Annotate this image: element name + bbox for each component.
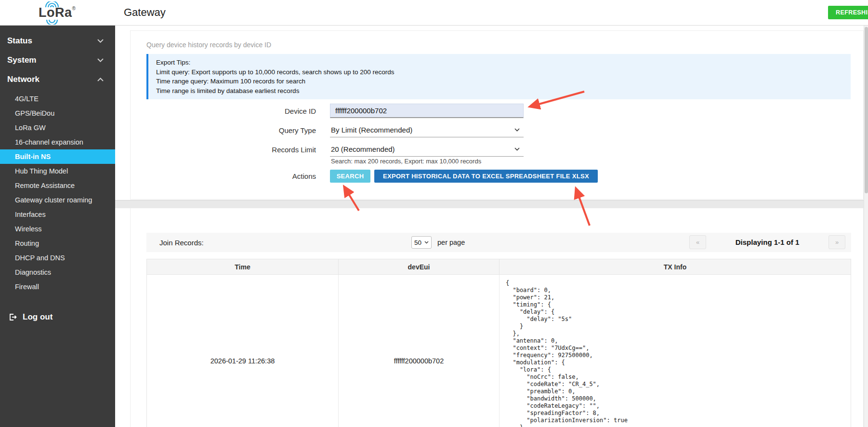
sidebar-item-lora-gw[interactable]: LoRa GW [0, 120, 115, 135]
table-row: 2026-01-29 11:26:38 ffffff200000b702 { "… [147, 275, 851, 427]
records-limit-hint: Search: max 200 records, Export: max 10,… [331, 158, 863, 165]
sidebar-section-status[interactable]: Status [0, 31, 115, 51]
device-id-input[interactable] [330, 104, 524, 118]
logout-label: Log out [23, 312, 53, 322]
chevron-up-icon [97, 78, 104, 81]
table-header-tx-info: TX Info [500, 259, 851, 274]
refresh-button[interactable]: REFRESHING [828, 6, 868, 19]
table-header-deveui: devEui [339, 259, 500, 274]
query-type-value: By Limit (Recommended) [331, 126, 412, 134]
vertical-scrollbar[interactable] [864, 26, 868, 427]
query-form: Device ID Query Type By Limit (Recommend… [131, 104, 863, 183]
sidebar-item-firewall[interactable]: Firewall [0, 280, 115, 294]
export-tips-line: Limit query: Export supports up to 10,00… [156, 67, 843, 77]
registered-mark: ® [72, 6, 76, 11]
sidebar-item-built-in-ns[interactable]: Built-in NS [0, 149, 115, 164]
pagination-prev-button[interactable]: « [689, 235, 706, 249]
per-page-suffix-label: per page [437, 239, 465, 246]
sidebar-item-dhcp-and-dns[interactable]: DHCP and DNS [0, 251, 115, 265]
export-tips-box: Export Tips: Limit query: Export support… [146, 54, 851, 99]
search-button[interactable]: SEARCH [330, 170, 370, 183]
logout-icon [8, 312, 17, 322]
logout-button[interactable]: Log out [0, 308, 115, 326]
top-header: LoRa® Gateway REFRESHING [0, 0, 868, 26]
query-type-select[interactable]: By Limit (Recommended) [330, 123, 524, 137]
cell-tx-info: { "board": 0, "power": 21, "timing": { "… [500, 275, 851, 427]
panel-divider [115, 200, 868, 208]
lora-logo: LoRa® [39, 1, 92, 25]
table-header-time: Time [147, 259, 339, 274]
sidebar-item-16-channel-expansion[interactable]: 16-channel expansion [0, 135, 115, 149]
sidebar-section-label: Network [7, 75, 39, 84]
chevron-down-icon [424, 241, 429, 244]
records-limit-label: Records Limit [146, 146, 316, 154]
sidebar-item-remote-assistance[interactable]: Remote Assistance [0, 178, 115, 193]
sidebar-item-interfaces[interactable]: Interfaces [0, 207, 115, 222]
chevron-down-icon [514, 128, 520, 132]
sidebar-item-diagnostics[interactable]: Diagnostics [0, 265, 115, 280]
export-tips-line: Export Tips: [156, 58, 843, 67]
sidebar-item-routing[interactable]: Routing [0, 236, 115, 251]
export-button[interactable]: EXPORT HISTORICAL DATA TO EXCEL SPREADSH… [374, 170, 598, 183]
lora-logo-arcs-bottom-icon [46, 20, 58, 25]
cell-deveui: ffffff200000b702 [339, 275, 500, 427]
per-page-select[interactable]: 50 [411, 236, 432, 249]
sidebar-item-4g-lte[interactable]: 4G/LTE [0, 92, 115, 106]
sidebar: Status System Network 4G/LTE GPS/BeiDou … [0, 26, 115, 427]
chevron-down-icon [97, 58, 104, 62]
sidebar-section-network[interactable]: Network [0, 70, 115, 89]
export-tips-line: Time range is limited by database earlie… [156, 86, 843, 96]
scrollbar-thumb[interactable] [865, 27, 868, 193]
sidebar-section-system[interactable]: System [0, 51, 115, 70]
chevron-down-icon [97, 39, 104, 43]
records-limit-select[interactable]: 20 (Recommended) [330, 142, 524, 157]
records-table: Time devEui TX Info 2026-01-29 11:26:38 … [146, 259, 851, 427]
query-panel-title: Query device history records by device I… [146, 41, 863, 49]
per-page-value: 50 [414, 239, 421, 246]
tx-info-json: { "board": 0, "power": 21, "timing": { "… [506, 280, 851, 427]
table-header-row: Time devEui TX Info [147, 259, 851, 275]
sidebar-section-label: Status [7, 36, 32, 46]
query-panel: Query device history records by device I… [130, 30, 864, 200]
chevron-down-icon [514, 147, 520, 151]
sidebar-item-hub-thing-model[interactable]: Hub Thing Model [0, 164, 115, 178]
cell-time: 2026-01-29 11:26:38 [147, 275, 339, 427]
network-submenu: 4G/LTE GPS/BeiDou LoRa GW 16-channel exp… [0, 89, 115, 294]
sidebar-item-gateway-cluster-roaming[interactable]: Gateway cluster roaming [0, 193, 115, 207]
page-title: Gateway [124, 6, 166, 19]
records-limit-value: 20 (Recommended) [331, 145, 395, 153]
sidebar-item-wireless[interactable]: Wireless [0, 222, 115, 236]
records-toolbar: Join Records: 50 per page « Displaying 1… [146, 233, 851, 252]
records-panel: Join Records: 50 per page « Displaying 1… [130, 208, 864, 427]
export-tips-line: Time range query: Maximum 100 records fo… [156, 77, 843, 86]
pagination-next-button[interactable]: » [829, 235, 845, 249]
actions-label: Actions [146, 172, 316, 180]
sidebar-item-gps-beidou[interactable]: GPS/BeiDou [0, 106, 115, 120]
sidebar-section-label: System [7, 55, 36, 65]
pagination-status: Displaying 1-1 of 1 [719, 238, 815, 246]
lora-logo-text: LoRa® [39, 5, 76, 20]
device-id-label: Device ID [146, 107, 316, 115]
query-type-label: Query Type [146, 126, 316, 134]
join-records-label: Join Records: [159, 239, 204, 247]
